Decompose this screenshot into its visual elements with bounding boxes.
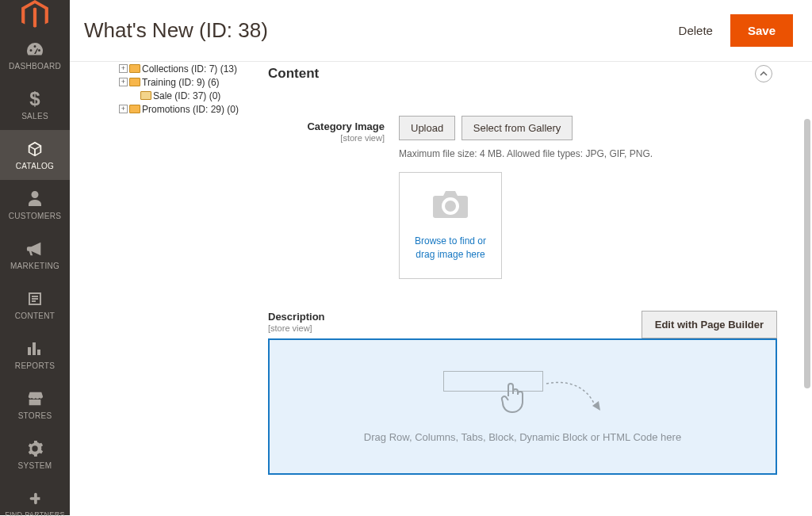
content-area: + Collections (ID: 7) (13) + Training (I… — [70, 57, 801, 506]
page-title: What's New (ID: 38) — [84, 18, 268, 43]
delete-button[interactable]: Delete — [672, 16, 719, 45]
chevron-up-icon — [760, 71, 768, 76]
select-from-gallery-button[interactable]: Select from Gallery — [462, 116, 573, 140]
scope-label: [store view] — [268, 323, 325, 333]
save-button[interactable]: Save — [730, 14, 793, 47]
category-tree: + Collections (ID: 7) (13) + Training (I… — [108, 62, 239, 116]
nav-system[interactable]: SYSTEM — [0, 430, 70, 480]
edit-with-page-builder-button[interactable]: Edit with Page Builder — [642, 311, 777, 338]
tree-node-sale[interactable]: Sale (ID: 37) (0) — [130, 89, 239, 102]
folder-icon — [129, 64, 140, 73]
nav-marketing[interactable]: MARKETING — [0, 230, 70, 280]
nav-dashboard[interactable]: DASHBOARD — [0, 30, 70, 80]
scope-label: [store view] — [268, 133, 385, 143]
section-title: Content — [268, 66, 319, 82]
person-icon — [28, 188, 42, 210]
category-image-row: Category Image [store view] Upload Selec… — [268, 116, 777, 279]
page-header: What's New (ID: 38) Delete Save — [70, 0, 812, 62]
collapse-button[interactable] — [755, 65, 772, 82]
arrow-icon — [545, 379, 602, 419]
expand-icon[interactable]: + — [119, 105, 128, 113]
nav-reports[interactable]: REPORTS — [0, 330, 70, 380]
nav-catalog[interactable]: CATALOG — [0, 130, 70, 180]
description-label: Description — [268, 311, 325, 323]
document-icon — [27, 288, 43, 310]
gear-icon — [26, 438, 44, 460]
folder-icon — [129, 105, 140, 113]
browse-link[interactable]: Browse to find or drag image here — [408, 235, 493, 262]
category-image-label: Category Image — [307, 120, 385, 132]
nav-partners[interactable]: FIND PARTNERS & EXTENSIONS — [0, 480, 70, 516]
image-drop-zone[interactable]: Browse to find or drag image here — [399, 172, 502, 279]
hand-icon — [499, 380, 527, 414]
dropzone-hint: Drag Row, Columns, Tabs, Block, Dynamic … — [364, 431, 681, 443]
box-icon — [26, 138, 44, 160]
description-row: Description [store view] Edit with Page … — [268, 311, 777, 475]
drag-illustration — [443, 371, 602, 415]
nav-content[interactable]: CONTENT — [0, 280, 70, 330]
nav-stores[interactable]: STORES — [0, 380, 70, 430]
expand-icon[interactable]: + — [119, 78, 128, 86]
nav-customers[interactable]: CUSTOMERS — [0, 180, 70, 230]
dollar-icon: $ — [29, 88, 40, 110]
admin-sidebar: DASHBOARD $ SALES CATALOG CUSTOMERS MARK… — [0, 0, 70, 515]
file-hint: Maximum file size: 4 MB. Allowed file ty… — [399, 148, 777, 159]
store-icon — [26, 388, 44, 410]
tree-node-training[interactable]: + Training (ID: 9) (6) — [119, 75, 239, 89]
bars-icon — [26, 338, 44, 360]
nav-sales[interactable]: $ SALES — [0, 80, 70, 130]
folder-icon — [129, 78, 140, 86]
main-area: What's New (ID: 38) Delete Save + Collec… — [70, 0, 812, 516]
page-builder-dropzone[interactable]: Drag Row, Columns, Tabs, Block, Dynamic … — [268, 338, 777, 475]
header-actions: Delete Save — [672, 14, 793, 47]
folder-icon — [140, 91, 151, 100]
puzzle-icon — [26, 487, 44, 510]
magento-logo[interactable] — [0, 0, 70, 30]
upload-button[interactable]: Upload — [399, 116, 455, 140]
content-header: Content — [268, 57, 777, 94]
tree-node-promotions[interactable]: + Promotions (ID: 29) (0) — [119, 102, 239, 116]
camera-icon — [432, 189, 469, 222]
megaphone-icon — [26, 238, 44, 260]
gauge-icon — [25, 38, 44, 60]
expand-icon[interactable]: + — [119, 64, 128, 73]
content-section: Content Category Image [store view] Uplo… — [268, 57, 801, 475]
scrollbar[interactable] — [804, 119, 810, 388]
tree-node-collections[interactable]: + Collections (ID: 7) (13) — [119, 62, 239, 75]
